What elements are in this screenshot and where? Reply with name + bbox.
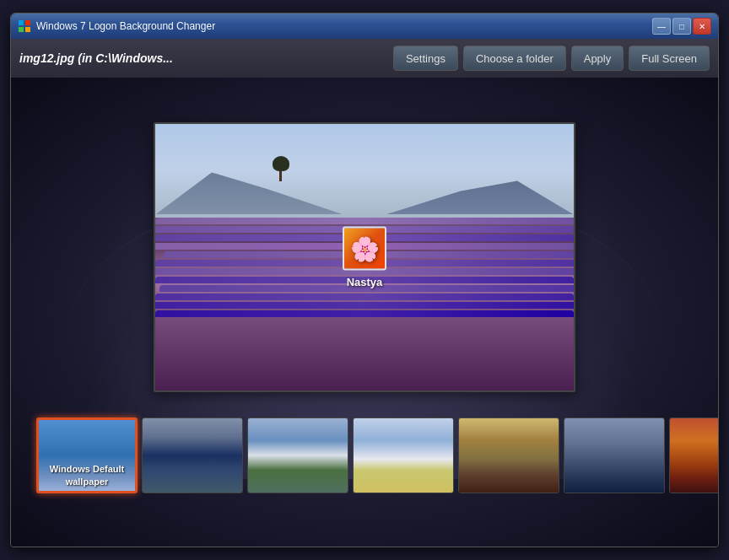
preview-tree — [273, 156, 289, 181]
thumbnail-label-windows-default: Windows Default wallpaper — [42, 463, 132, 487]
thumbnail-item-sunset[interactable] — [669, 417, 718, 493]
thumb-bg-windmill — [248, 418, 348, 493]
minimize-button[interactable]: — — [652, 18, 671, 35]
thumb-bg-lake2 — [354, 418, 453, 493]
svg-rect-2 — [19, 27, 24, 32]
user-label: Nastya — [347, 276, 383, 288]
main-content: 🌸 Nastya Windows Default wallpaper — [11, 78, 718, 547]
window-title: Windows 7 Logon Background Changer — [36, 20, 652, 32]
window-controls: — □ ✕ — [652, 18, 711, 35]
thumbnail-strip: Windows Default wallpaper — [28, 409, 701, 502]
apply-button[interactable]: Apply — [571, 46, 624, 71]
user-icon-container: 🌸 Nastya — [343, 227, 386, 288]
full-screen-button[interactable]: Full Screen — [629, 46, 710, 71]
preview-container: 🌸 Nastya — [154, 122, 575, 392]
thumb-bg-buildings — [564, 418, 664, 493]
toolbar: img12.jpg (in C:\Windows... Settings Cho… — [11, 39, 718, 78]
title-bar: Windows 7 Logon Background Changer — □ ✕ — [11, 13, 718, 39]
tree-trunk — [279, 171, 282, 181]
thumbnail-item-mountain-lake[interactable] — [142, 417, 243, 493]
choose-folder-button[interactable]: Choose a folder — [463, 46, 566, 71]
thumb-bg-sunset — [670, 418, 718, 493]
user-avatar: 🌸 — [343, 227, 386, 271]
maximize-button[interactable]: □ — [672, 18, 691, 35]
close-button[interactable]: ✕ — [693, 18, 711, 35]
thumb-bg-mountain-lake — [143, 418, 242, 493]
svg-rect-0 — [19, 20, 24, 25]
preview-mountains — [155, 164, 574, 214]
thumbnail-item-buildings[interactable] — [564, 417, 665, 493]
thumbnail-item-temple[interactable] — [458, 417, 559, 493]
tree-top — [273, 156, 289, 171]
current-file-path: img12.jpg (in C:\Windows... — [19, 51, 388, 65]
thumbnail-item-windmill[interactable] — [247, 417, 348, 493]
mountain-right — [386, 180, 574, 214]
thumbnail-item-windows-default[interactable]: Windows Default wallpaper — [36, 417, 138, 493]
svg-rect-3 — [25, 27, 30, 32]
app-icon — [18, 19, 31, 33]
thumbnail-item-lake2[interactable] — [353, 417, 454, 493]
main-window: Windows 7 Logon Background Changer — □ ✕… — [10, 13, 719, 547]
svg-rect-1 — [25, 20, 30, 25]
mountain-left — [155, 172, 343, 214]
preview-background: 🌸 Nastya — [155, 124, 574, 390]
settings-button[interactable]: Settings — [393, 46, 458, 71]
thumb-bg-temple — [459, 418, 559, 493]
